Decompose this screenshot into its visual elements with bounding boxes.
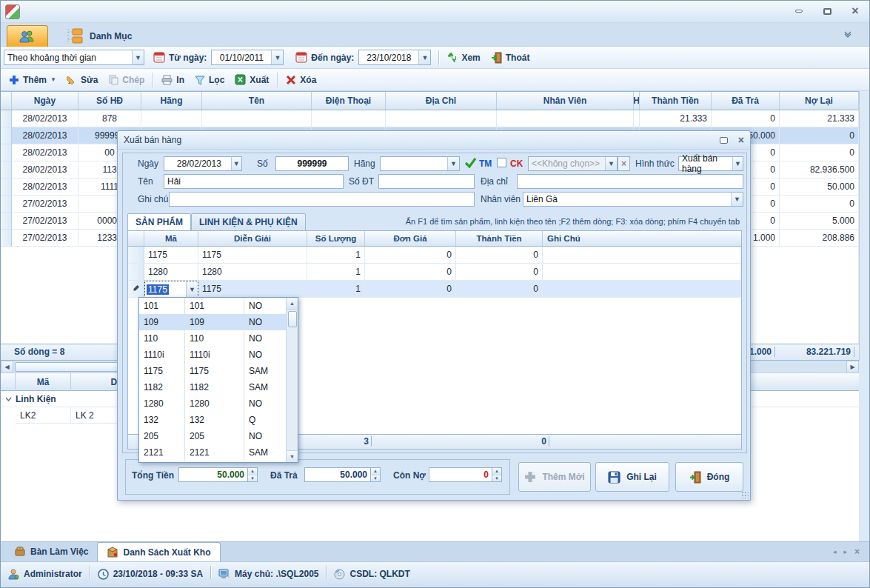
staff-combo[interactable]: Liên Gà ▼ — [523, 192, 743, 207]
col-header-thanh-tien[interactable]: Thành Tiền — [640, 92, 712, 110]
resize-grip[interactable] — [741, 491, 749, 498]
tab-scroll-right-icon[interactable]: ▸ — [840, 548, 851, 555]
promo-combo[interactable]: <<Không chọn>> ▼ — [528, 156, 618, 171]
delete-button[interactable]: Xóa — [281, 71, 321, 89]
close-button[interactable]: × — [847, 4, 863, 18]
promo-clear-icon[interactable]: × — [618, 156, 630, 171]
form-type-combo[interactable]: Xuất bán hàng ▼ — [678, 156, 743, 171]
dropdown-item[interactable]: 110110NO — [139, 330, 286, 347]
period-combo[interactable]: Theo khoảng thời gian ▼ — [4, 50, 144, 65]
address-input[interactable] — [517, 174, 743, 189]
tab-danh-muc[interactable]: Danh Mục — [56, 25, 142, 47]
copy-button[interactable]: Chép — [103, 71, 150, 89]
tab-scroll-left-icon[interactable]: ◂ — [829, 548, 840, 555]
total-spinner[interactable]: ▲▼ — [248, 467, 258, 482]
no-input[interactable]: 999999 — [275, 156, 349, 171]
debt-spinner[interactable]: ▲▼ — [492, 467, 502, 482]
scroll-down-icon[interactable]: ▼ — [287, 450, 298, 462]
col-header-ngay[interactable]: Ngày — [12, 92, 78, 110]
dropdown-item[interactable]: 11821182SAM — [139, 379, 286, 395]
dropdown-scrollbar[interactable]: ▲ ▼ — [286, 298, 298, 462]
col-header-dia-chi[interactable]: Địa Chỉ — [386, 92, 497, 110]
dropdown-item[interactable]: 1110i1110iNO — [139, 347, 286, 363]
filter-button[interactable]: Lọc — [190, 71, 230, 89]
date-input[interactable]: 28/02/2013 ▼ — [164, 156, 242, 171]
tab-close-icon[interactable]: × — [851, 547, 863, 557]
scroll-thumb[interactable] — [15, 362, 126, 372]
parts-col-code[interactable]: Mã — [16, 373, 71, 391]
chevron-down-icon[interactable]: ▼ — [732, 157, 743, 170]
exit-button[interactable]: Thoát — [486, 49, 535, 67]
col-header-da-tra[interactable]: Đã Trả — [712, 92, 780, 110]
add-new-button[interactable]: Thêm Mới — [518, 462, 591, 492]
dropdown-item[interactable]: 132132Q — [139, 412, 286, 428]
scroll-right-icon[interactable]: ▶ — [846, 361, 859, 373]
vertical-scrollbar[interactable] — [859, 91, 870, 361]
phone-input[interactable] — [378, 174, 475, 189]
col-header-nhan-vien[interactable]: Nhân Viên — [497, 92, 634, 110]
chevron-down-icon[interactable]: ▼ — [447, 157, 459, 170]
col-header-ten[interactable]: Tên — [202, 92, 312, 110]
code-combo-editor[interactable]: 1175 ▼ — [144, 281, 198, 298]
add-button[interactable]: Thêm ▼ — [4, 71, 61, 89]
line-item-row-editing[interactable]: 1175 ▼ 1175 1 0 0 — [128, 281, 741, 298]
col-header-h[interactable]: H — [634, 92, 640, 110]
chevron-down-icon[interactable]: ▼ — [186, 281, 198, 297]
ck-checkbox[interactable] — [497, 158, 506, 167]
paid-spinner[interactable]: ▲▼ — [371, 467, 381, 482]
dropdown-item[interactable]: 12801280NO — [139, 395, 286, 412]
to-date-input[interactable]: 23/10/2018 ▼ — [358, 50, 431, 65]
dialog-close-icon[interactable]: × — [738, 134, 744, 146]
line-item-row[interactable]: 1280 1280 1 0 0 — [128, 264, 741, 281]
scroll-left-icon[interactable]: ◀ — [1, 361, 13, 373]
total-input[interactable]: 50.000 — [178, 467, 248, 482]
chevron-down-icon[interactable]: ▼ — [132, 50, 144, 64]
chevron-down-icon[interactable]: ▼ — [418, 50, 430, 64]
collapse-ribbon-icon[interactable] — [843, 30, 853, 40]
name-input[interactable]: Hải — [164, 174, 344, 189]
dialog-maximize-icon[interactable] — [720, 137, 728, 144]
print-button[interactable]: In — [156, 71, 190, 89]
edit-button[interactable]: Sửa — [61, 71, 103, 89]
chevron-down-icon[interactable] — [1, 397, 16, 401]
dcol-thanh-tien[interactable]: Thành Tiền — [456, 231, 543, 246]
chevron-down-icon[interactable]: ▼ — [605, 157, 617, 170]
export-button[interactable]: Xuất — [230, 71, 274, 89]
dropdown-item-highlighted[interactable]: 109109NO — [139, 314, 286, 330]
tab-home[interactable] — [7, 25, 48, 47]
dialog-title-bar[interactable]: Xuất bán hàng × — [118, 131, 750, 150]
brand-combo[interactable]: ▼ — [380, 156, 460, 171]
col-header-dien-thoai[interactable]: Điện Thoại — [312, 92, 386, 110]
save-button[interactable]: Ghi Lại — [595, 462, 669, 492]
maximize-button[interactable] — [819, 4, 835, 18]
dcol-ma[interactable]: Mã — [144, 231, 198, 246]
dcol-so-luong[interactable]: Số Lượng — [307, 231, 365, 246]
close-dialog-button[interactable]: Đóng — [675, 462, 743, 492]
dcol-ghi-chu[interactable]: Ghi Chú — [543, 231, 741, 246]
from-date-input[interactable]: 01/10/2011 ▼ — [211, 50, 284, 65]
paid-input[interactable]: 50.000 — [304, 467, 371, 482]
col-header-hang[interactable]: Hãng — [141, 92, 202, 110]
line-item-row[interactable]: 1175 1175 1 0 0 — [128, 247, 741, 264]
debt-input[interactable]: 0 — [429, 467, 492, 482]
chevron-down-icon[interactable]: ▼ — [231, 157, 241, 170]
dcol-dien-giai[interactable]: Diễn Giải — [198, 231, 307, 246]
view-button[interactable]: Xem — [442, 49, 485, 67]
tab-ban-lam-viec[interactable]: Bàn Làm Việc — [5, 542, 97, 561]
table-row[interactable]: 28/02/2013 878 21.333 0 21.333 — [1, 110, 859, 127]
minimize-button[interactable] — [791, 4, 807, 18]
dropdown-item[interactable]: 21212121SAM — [139, 444, 286, 461]
tab-linh-kien[interactable]: LINH KIỆN & PHỤ KIỆN — [191, 213, 306, 230]
dcol-don-gia[interactable]: Đơn Giá — [365, 231, 456, 246]
tab-danh-sach-xuat-kho[interactable]: Danh Sách Xuất Kho — [97, 542, 220, 561]
chevron-down-icon[interactable]: ▼ — [271, 50, 283, 64]
dropdown-item[interactable]: 11751175SAM — [139, 363, 286, 379]
scroll-thumb[interactable] — [288, 311, 297, 327]
dropdown-item[interactable]: 101101NO — [139, 298, 286, 314]
col-header-no-lai[interactable]: Nợ Lại — [780, 92, 859, 110]
tab-san-pham[interactable]: SẢN PHẨM — [127, 213, 191, 230]
dropdown-item[interactable]: 205205NO — [139, 428, 286, 444]
col-header-so-hd[interactable]: Số HĐ — [78, 92, 141, 110]
note-input[interactable] — [169, 192, 475, 207]
scroll-up-icon[interactable]: ▲ — [287, 298, 298, 310]
